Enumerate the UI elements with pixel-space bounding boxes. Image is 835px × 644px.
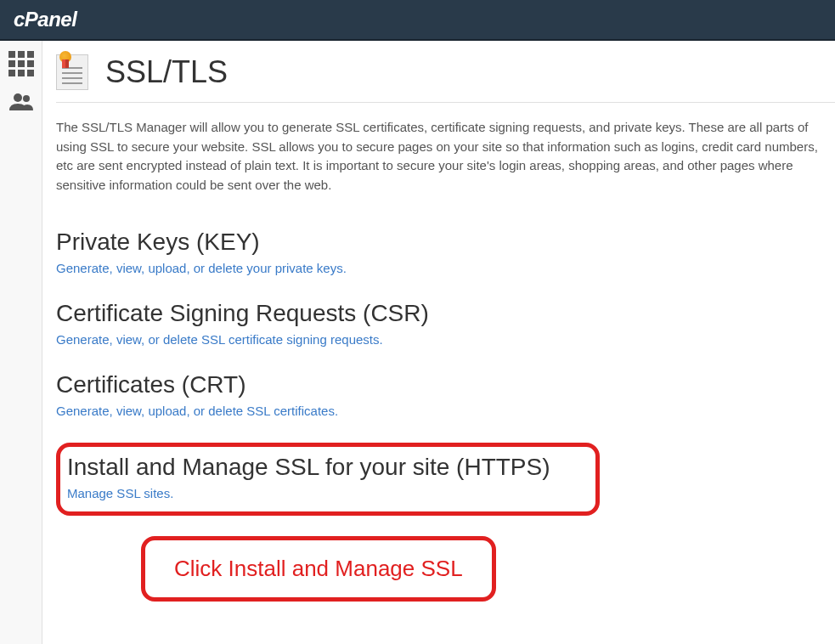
sidebar [0, 41, 42, 644]
svg-point-0 [14, 93, 22, 102]
install-ssl-section: Install and Manage SSL for your site (HT… [67, 454, 585, 501]
page-title: SSL/TLS [105, 54, 228, 90]
page-header: SSL/TLS [56, 54, 835, 103]
cpanel-logo: cPanel [14, 8, 76, 31]
csr-section: Certificate Signing Requests (CSR) Gener… [56, 300, 835, 347]
top-header: cPanel [0, 0, 835, 41]
csr-link[interactable]: Generate, view, or delete SSL certificat… [56, 332, 383, 347]
csr-title: Certificate Signing Requests (CSR) [56, 300, 835, 327]
svg-point-1 [23, 95, 30, 102]
crt-link[interactable]: Generate, view, upload, or delete SSL ce… [56, 404, 338, 418]
highlight-annotation-box: Install and Manage SSL for your site (HT… [56, 443, 600, 516]
manage-ssl-sites-link[interactable]: Manage SSL sites. [67, 486, 173, 500]
content-area: SSL/TLS The SSL/TLS Manager will allow y… [42, 41, 835, 644]
users-icon[interactable] [9, 92, 33, 118]
page-description: The SSL/TLS Manager will allow you to ge… [56, 118, 835, 195]
main-container: SSL/TLS The SSL/TLS Manager will allow y… [0, 41, 835, 644]
private-keys-title: Private Keys (KEY) [56, 229, 835, 256]
private-keys-section: Private Keys (KEY) Generate, view, uploa… [56, 229, 835, 276]
crt-section: Certificates (CRT) Generate, view, uploa… [56, 371, 835, 419]
crt-title: Certificates (CRT) [56, 371, 835, 398]
install-ssl-title: Install and Manage SSL for your site (HT… [67, 454, 585, 481]
grid-menu-icon[interactable] [8, 51, 34, 76]
private-keys-link[interactable]: Generate, view, upload, or delete your p… [56, 261, 347, 275]
ssl-certificate-icon [56, 54, 92, 90]
annotation-text: Click Install and Manage SSL [174, 556, 463, 581]
annotation-callout: Click Install and Manage SSL [141, 536, 496, 602]
